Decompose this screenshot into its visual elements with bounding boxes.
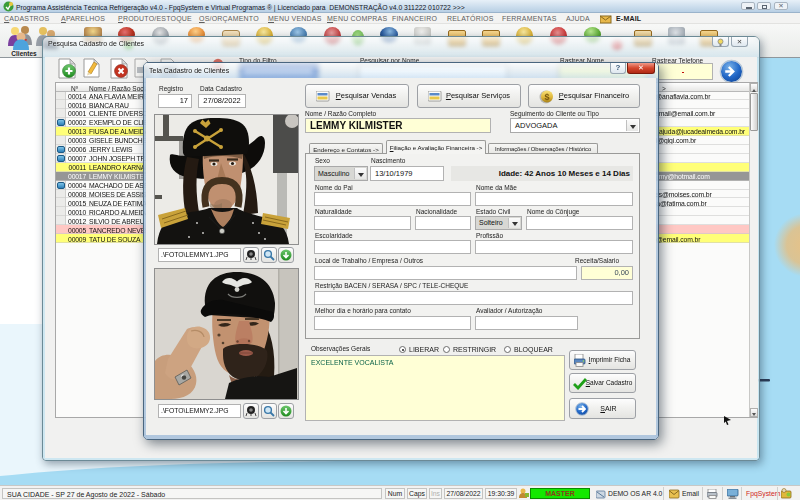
svg-text:$: $ — [544, 92, 549, 102]
